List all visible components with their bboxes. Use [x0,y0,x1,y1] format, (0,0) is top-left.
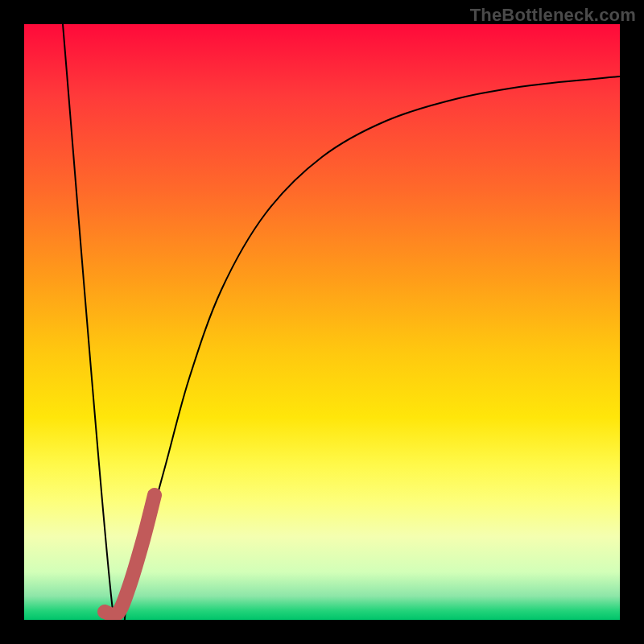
chart-frame: TheBottleneck.com [0,0,644,644]
thick-red-segment [105,495,155,615]
watermark-text: TheBottleneck.com [470,5,636,26]
plot-area [24,24,620,620]
curves-layer [24,24,620,620]
